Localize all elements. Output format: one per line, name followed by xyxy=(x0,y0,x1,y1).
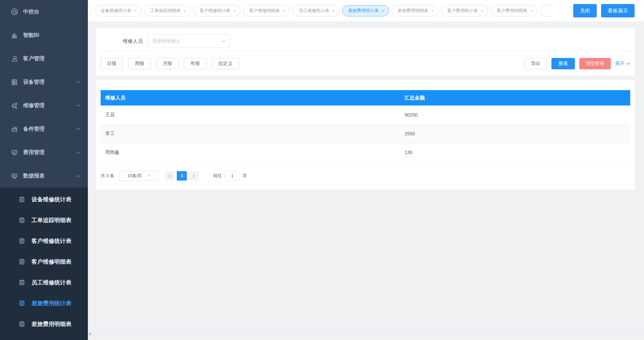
notebook-icon xyxy=(18,300,25,307)
tab-label: 客户费用明细表 xyxy=(497,8,527,14)
yearly-report-button[interactable]: 年报 xyxy=(184,58,207,69)
sidebar-item-travel-expense-detail[interactable]: 差旅费用明细表 xyxy=(0,314,88,334)
close-tabs-button[interactable]: 关闭 xyxy=(573,4,597,17)
sidebar-item-label: 设备维修统计表 xyxy=(32,196,71,203)
horizontal-scrollbar-track[interactable] xyxy=(88,335,644,336)
sidebar-item-console[interactable]: 中控台 xyxy=(0,0,88,23)
chevron-down-icon xyxy=(76,104,80,108)
sidebar-item-label: 客户维修统计表 xyxy=(32,237,71,245)
table-card: 维修人员 汇总金额 王晨 90250 李工 2550 xyxy=(96,80,635,190)
repair-person-select[interactable]: 请选择维修人 xyxy=(148,35,230,48)
sidebar-item-label: 智能BI xyxy=(23,32,39,39)
console-icon xyxy=(11,8,18,15)
page-size-select[interactable]: 10条/页 xyxy=(119,171,159,181)
tab-label: 客户维修明细表 xyxy=(249,8,280,14)
prev-page-button[interactable] xyxy=(165,171,175,181)
sidebar-item-label: 客户管理 xyxy=(23,55,45,62)
tab-label: 客户费用统计表 xyxy=(447,8,478,14)
sidebar-item-reports[interactable]: 数据报表 xyxy=(0,164,88,188)
export-button[interactable]: 导出 xyxy=(524,58,547,69)
pagination: 共 3 条 10条/页 1 前往 页 xyxy=(101,171,630,181)
cell-repair-person: 王晨 xyxy=(101,106,400,124)
goto-label: 前往 xyxy=(213,173,222,179)
tab-customer-expense-stats[interactable]: 客户费用统计表 × xyxy=(441,5,488,16)
close-icon[interactable]: × xyxy=(530,9,533,13)
current-page-button[interactable]: 1 xyxy=(177,171,187,181)
close-icon[interactable]: × xyxy=(184,9,186,13)
sidebar-item-spare-parts[interactable]: 备件管理 xyxy=(0,117,88,141)
sidebar-item-label: 设备管理 xyxy=(23,79,45,86)
chevron-down-icon xyxy=(76,150,80,155)
close-icon[interactable]: × xyxy=(134,9,137,13)
tab-workorder-trace-detail[interactable]: 工单追踪明细表 × xyxy=(144,5,191,16)
close-icon[interactable]: × xyxy=(382,9,384,13)
sidebar-item-customers[interactable]: 客户管理 xyxy=(0,47,88,70)
sidebar-item-expenses[interactable]: 费用管理 xyxy=(0,141,88,164)
sidebar-item-label: 差旅费用统计表 xyxy=(32,299,71,307)
weekly-report-button[interactable]: 周报 xyxy=(128,58,151,69)
sidebar-item-devices[interactable]: 设备管理 xyxy=(0,70,88,94)
tab-label: 设备维修统计表 xyxy=(101,8,131,14)
chevron-down-icon xyxy=(626,62,631,66)
page-size-value: 10条/页 xyxy=(127,173,142,179)
total-count-label: 共 3 条 xyxy=(101,173,114,179)
sidebar-item-customer-repair-stats[interactable]: 客户维修统计表 xyxy=(0,230,88,251)
tab-label: 员工维修统计表 xyxy=(299,8,329,14)
sidebar-item-bi[interactable]: 智能BI xyxy=(0,23,88,47)
sidebar-item-label: 费用管理 xyxy=(23,149,45,156)
filter-row: 维修人员 请选择维修人 xyxy=(96,35,635,48)
close-icon[interactable]: × xyxy=(283,9,285,13)
dashboard-display-button[interactable]: 看板展示 xyxy=(601,4,635,17)
expand-label: 展开 xyxy=(615,61,625,67)
tab-customer-repair-detail[interactable]: 客户维修明细表 × xyxy=(243,5,290,16)
monthly-report-button[interactable]: 月报 xyxy=(156,58,179,69)
repair-person-label: 维修人员 xyxy=(123,38,143,45)
scroll-left-arrow-icon[interactable] xyxy=(89,333,91,335)
tab-partial-right[interactable] xyxy=(540,5,551,16)
notebook-icon xyxy=(18,237,25,244)
sidebar-item-label: 备件管理 xyxy=(23,126,45,133)
tab-partial-left[interactable] xyxy=(88,5,92,16)
sidebar-item-employee-repair-stats[interactable]: 员工维修统计表 xyxy=(0,272,88,293)
page-unit-label: 页 xyxy=(243,173,247,179)
cell-total-amount: 130 xyxy=(400,143,630,162)
column-header-repair-person: 维修人员 xyxy=(101,90,400,106)
chevron-down-icon xyxy=(147,174,151,178)
daily-report-button[interactable]: 日报 xyxy=(100,58,123,69)
sidebar-item-device-repair-stats[interactable]: 设备维修统计表 xyxy=(0,189,88,210)
sidebar-item-repairs[interactable]: 维修管理 xyxy=(0,94,88,117)
goto-page-input[interactable] xyxy=(225,171,239,181)
next-page-button[interactable] xyxy=(189,171,199,181)
notebook-icon xyxy=(18,279,25,286)
tab-customer-repair-stats[interactable]: 客户维修统计表 × xyxy=(194,5,240,16)
sidebar-item-travel-expense-stats[interactable]: 差旅费用统计表 xyxy=(0,293,88,314)
table-header-row: 维修人员 汇总金额 xyxy=(101,90,630,106)
sidebar-item-label: 差旅费用明细表 xyxy=(32,320,71,328)
chevron-up-icon xyxy=(76,174,80,178)
spare-parts-icon xyxy=(11,125,18,133)
tab-travel-expense-stats[interactable]: 差旅费用统计表 × xyxy=(342,5,389,16)
sidebar-item-label: 工单追踪明细表 xyxy=(32,216,71,224)
tab-travel-expense-detail[interactable]: 差旅费用明细表 × xyxy=(392,5,439,16)
content-area: 维修人员 请选择维修人 日报 周报 月报 年报 自定义 导出 搜索 xyxy=(88,21,644,340)
tab-employee-repair-stats[interactable]: 员工维修统计表 × xyxy=(292,5,339,16)
goto-page-group: 前往 页 xyxy=(213,171,247,181)
expand-link[interactable]: 展开 xyxy=(615,61,631,67)
close-icon[interactable]: × xyxy=(332,9,335,13)
sidebar-item-workorder-trace-detail[interactable]: 工单追踪明细表 xyxy=(0,210,88,230)
search-button[interactable]: 搜索 xyxy=(551,58,575,69)
close-icon[interactable]: × xyxy=(481,9,483,13)
custom-report-button[interactable]: 自定义 xyxy=(212,58,239,69)
notebook-icon xyxy=(18,217,25,223)
tab-label: 差旅费用统计表 xyxy=(348,8,379,14)
cell-repair-person: 周炜鑫 xyxy=(101,143,400,162)
sidebar-item-customer-repair-detail[interactable]: 客户维修明细表 xyxy=(0,251,88,272)
close-icon[interactable]: × xyxy=(233,9,236,13)
close-icon[interactable]: × xyxy=(431,9,434,13)
sidebar-item-label: 数据报表 xyxy=(23,173,45,180)
tab-customer-expense-detail[interactable]: 客户费用明细表 × xyxy=(491,5,538,16)
tab-device-repair-stats[interactable]: 设备维修统计表 × xyxy=(95,5,142,16)
results-table: 维修人员 汇总金额 王晨 90250 李工 2550 xyxy=(101,90,630,162)
tab-bar: 设备维修统计表 × 工单追踪明细表 × 客户维修统计表 × 客户维修明细表 × … xyxy=(88,0,644,21)
clear-all-button[interactable]: 清空所有 xyxy=(579,58,611,69)
